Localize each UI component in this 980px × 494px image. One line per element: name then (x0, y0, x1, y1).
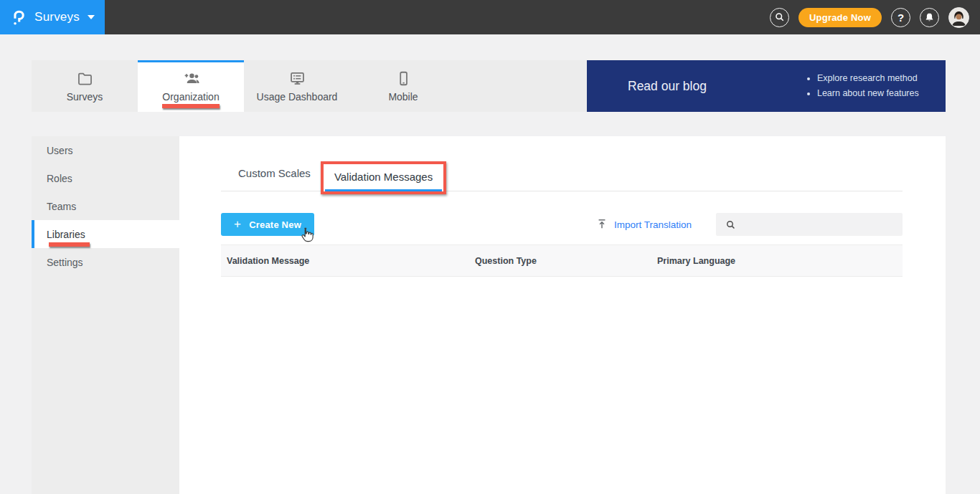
search-icon (773, 11, 786, 24)
user-avatar[interactable] (948, 7, 969, 28)
nav-tab-label: Surveys (67, 91, 103, 103)
annotation-underline (49, 242, 90, 247)
blog-promo-panel[interactable]: Read our blog Explore research method Le… (587, 60, 946, 112)
sidebar-item-label: Teams (47, 201, 76, 212)
brand-logo-icon (10, 8, 28, 27)
annotation-underline (162, 104, 220, 108)
upload-icon (596, 218, 608, 231)
column-header-validation-message: Validation Message (227, 256, 475, 266)
nav-tab-mobile[interactable]: Mobile (350, 60, 456, 112)
tab-label: Validation Messages (325, 171, 442, 183)
search-icon (725, 219, 737, 231)
sidebar-item-label: Users (47, 145, 73, 156)
topbar: Surveys Upgrade Now ? (0, 0, 980, 34)
notifications-button[interactable] (920, 8, 939, 27)
table-header-row: Validation Message Question Type Primary… (221, 244, 903, 277)
nav-tab-label: Usage Dashboard (257, 91, 338, 103)
sidebar-item-label: Roles (47, 173, 72, 184)
active-tab-indicator (325, 189, 442, 191)
nav-tab-surveys[interactable]: Surveys (32, 60, 138, 112)
library-tabs: Custom Scales Validation Messages (221, 136, 903, 191)
libraries-main-panel: Custom Scales Validation Messages + Crea… (179, 136, 946, 494)
nav-tab-label: Organization (162, 91, 219, 103)
help-button[interactable]: ? (891, 8, 910, 27)
topbar-actions: Upgrade Now ? (770, 7, 980, 28)
nav-tab-usage-dashboard[interactable]: Usage Dashboard (244, 60, 350, 112)
plus-icon: + (234, 218, 241, 230)
import-translation-link[interactable]: Import Translation (596, 218, 692, 231)
sidebar-item-libraries[interactable]: Libraries (32, 220, 179, 248)
sidebar-item-teams[interactable]: Teams (32, 192, 179, 220)
blog-title: Read our blog (628, 79, 707, 94)
nav-tab-organization[interactable]: Organization (138, 60, 244, 112)
question-mark-icon: ? (897, 11, 904, 24)
dashboard-icon (288, 70, 306, 87)
toolbar-right: Import Translation (596, 213, 903, 236)
group-add-icon (182, 70, 200, 87)
folder-icon (76, 70, 94, 87)
chevron-down-icon (88, 15, 95, 19)
search-input[interactable] (737, 213, 903, 236)
list-toolbar: + Create New Import Translation (221, 213, 903, 236)
nav-tab-label: Mobile (388, 91, 418, 103)
column-header-question-type: Question Type (475, 256, 657, 266)
list-search-box[interactable] (716, 213, 903, 236)
sidebar-item-settings[interactable]: Settings (32, 248, 179, 276)
tab-custom-scales[interactable]: Custom Scales (238, 167, 311, 191)
sidebar-item-label: Settings (47, 257, 83, 268)
annotation-box: Validation Messages (321, 161, 446, 194)
column-header-primary-language: Primary Language (657, 256, 903, 266)
product-switcher[interactable]: Surveys (0, 0, 105, 34)
mouse-pointer-hand-icon (298, 227, 315, 243)
tab-validation-messages[interactable]: Validation Messages (324, 164, 443, 191)
blog-bullet: Explore research method (817, 71, 919, 86)
blog-bullet: Learn about new features (817, 86, 919, 101)
sidebar-item-label: Libraries (47, 229, 85, 240)
primary-nav-row: Surveys Organization (32, 60, 946, 112)
blog-bullet-list: Explore research method Learn about new … (806, 71, 919, 101)
smartphone-icon (395, 70, 413, 87)
bell-icon (923, 11, 936, 24)
upgrade-now-button[interactable]: Upgrade Now (798, 8, 882, 27)
product-name: Surveys (34, 10, 80, 24)
import-translation-label: Import Translation (614, 219, 692, 230)
primary-nav: Surveys Organization (32, 60, 587, 112)
sidebar-item-roles[interactable]: Roles (32, 164, 179, 192)
search-button[interactable] (770, 8, 789, 27)
create-new-label: Create New (249, 219, 301, 230)
sidebar-item-users[interactable]: Users (32, 136, 179, 164)
content-card: Users Roles Teams Libraries Settings Cus… (32, 136, 946, 494)
settings-sidebar: Users Roles Teams Libraries Settings (32, 136, 179, 494)
